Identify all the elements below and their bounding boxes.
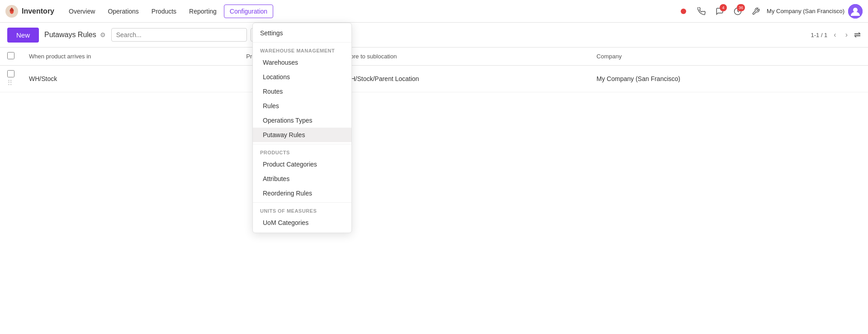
page-settings-icon[interactable]: ⚙	[100, 31, 106, 38]
header-store-col: Store to sublocation	[337, 48, 589, 66]
config-dropdown: Settings Warehouse Management Warehouses…	[252, 23, 352, 92]
prev-page-button[interactable]: ‹	[831, 30, 839, 40]
nav-products[interactable]: Products	[146, 5, 182, 18]
status-indicator[interactable]	[676, 4, 691, 19]
brand-icon	[5, 5, 18, 18]
dropdown-divider-1	[253, 42, 351, 43]
pagination-area: 1-1 / 1 ‹ › ⇌	[811, 30, 861, 40]
header-when-col: When product arrives in	[22, 48, 239, 66]
brand: Inventory	[5, 5, 54, 18]
brand-name: Inventory	[22, 7, 54, 15]
putaway-rules-table: When product arrives in Product Store to…	[0, 48, 868, 92]
next-page-button[interactable]: ›	[843, 30, 850, 40]
row-checkbox-cell: ⠿	[0, 66, 22, 92]
nav-links: Overview Operations Products Reporting C…	[63, 5, 676, 18]
adjust-columns-icon[interactable]: ⇌	[854, 30, 861, 40]
chat-badge: 4	[720, 4, 727, 11]
dropdown-settings[interactable]: Settings	[253, 26, 351, 40]
nav-overview[interactable]: Overview	[63, 5, 100, 18]
svg-point-1	[681, 9, 686, 14]
settings-icon[interactable]	[749, 4, 763, 19]
row-company-cell: My Company (San Francisco)	[589, 66, 868, 92]
dropdown-locations[interactable]: Locations	[253, 70, 351, 84]
chat-icon[interactable]: 4	[712, 4, 727, 19]
section-warehouse-management: Warehouse Management	[253, 44, 351, 55]
row-drag-handle[interactable]: ⠿	[7, 79, 13, 87]
row-store-cell: WH/Stock/Parent Location	[337, 66, 589, 92]
navbar: Inventory Overview Operations Products R…	[0, 0, 868, 23]
company-name[interactable]: My Company (San Francisco)	[767, 8, 844, 14]
navbar-right: 4 36 My Company (San Francisco)	[676, 4, 863, 19]
phone-icon[interactable]	[694, 4, 709, 19]
dropdown-warehouses[interactable]: Warehouses	[253, 55, 351, 70]
nav-reporting[interactable]: Reporting	[184, 5, 222, 18]
svg-point-4	[853, 8, 858, 12]
search-input[interactable]	[111, 28, 247, 42]
dropdown-routes[interactable]: Routes	[253, 84, 351, 92]
pagination-text: 1-1 / 1	[811, 32, 827, 38]
table-area: When product arrives in Product Store to…	[0, 48, 868, 92]
page-title: Putaways Rules	[44, 31, 96, 39]
nav-operations[interactable]: Operations	[102, 5, 144, 18]
nav-configuration[interactable]: Configuration	[224, 5, 273, 18]
sub-toolbar: New Putaways Rules ⚙ ▾ 1-1 / 1 ‹ › ⇌	[0, 23, 868, 48]
user-avatar[interactable]	[848, 4, 863, 19]
select-all-checkbox[interactable]	[7, 52, 14, 59]
row-when-cell: WH/Stock	[22, 66, 239, 92]
table-header-row: When product arrives in Product Store to…	[0, 48, 868, 66]
table-row[interactable]: ⠿ WH/Stock WH/Stock/Parent Location My C…	[0, 66, 868, 92]
row-checkbox[interactable]	[7, 70, 14, 77]
clock-badge: 36	[737, 4, 745, 11]
clock-icon[interactable]: 36	[730, 4, 745, 19]
header-checkbox-col	[0, 48, 22, 66]
search-bar: ▾	[111, 28, 806, 42]
new-button[interactable]: New	[7, 28, 39, 43]
page-title-area: Putaways Rules ⚙	[44, 31, 106, 39]
header-company-col: Company	[589, 48, 868, 66]
